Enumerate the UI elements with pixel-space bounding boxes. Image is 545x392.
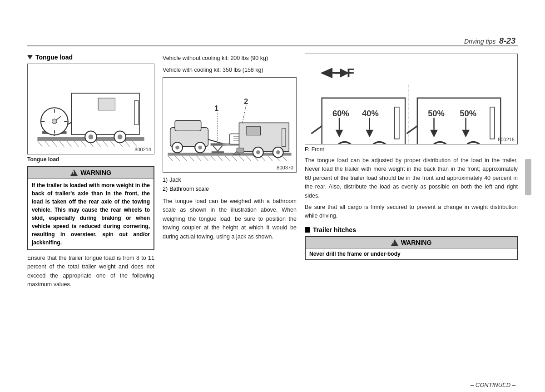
svg-text:1: 1	[214, 104, 218, 113]
tongue-load-title: Tongue load	[35, 54, 73, 61]
scrollbar[interactable]	[525, 159, 531, 195]
list-label-1: Jack	[169, 175, 181, 184]
svg-point-21	[118, 134, 123, 139]
right-warning-label: WARNING	[401, 239, 432, 246]
tongue-load-svg	[28, 64, 154, 151]
svg-rect-51	[175, 120, 201, 131]
triangle-icon	[27, 55, 33, 60]
svg-text:60%: 60%	[332, 109, 349, 118]
mid-column: Vehicle without cooling kit: 200 lbs (90…	[163, 50, 297, 378]
black-square-icon	[305, 227, 310, 233]
svg-rect-17	[98, 98, 115, 110]
right-body-text2: Be sure that all cargo is firmly secured…	[305, 203, 518, 221]
svg-rect-120	[490, 107, 495, 139]
svg-line-43	[239, 156, 243, 161]
svg-line-107	[311, 126, 322, 134]
jack-scale-svg: 1 2	[163, 78, 296, 168]
svg-rect-71	[282, 129, 286, 147]
diagram-number-mid: 800370	[277, 165, 293, 170]
tongue-load-caption: Tongue load	[27, 156, 154, 163]
svg-text:40%: 40%	[362, 109, 379, 118]
svg-point-31	[52, 119, 57, 124]
right-warning-triangle-icon	[391, 239, 398, 246]
svg-line-11	[110, 141, 115, 147]
svg-rect-63	[212, 151, 224, 153]
svg-line-2	[45, 141, 50, 147]
jack-scale-diagram: 1 2	[163, 77, 297, 173]
svg-rect-77	[237, 148, 244, 153]
load-dist-diagram: F	[305, 54, 518, 144]
numbered-list: 1) Jack 2) Bathroom scale	[163, 175, 297, 194]
svg-line-9	[96, 141, 101, 147]
svg-line-5	[67, 141, 72, 147]
svg-text:50%: 50%	[428, 109, 445, 118]
front-text: Front	[312, 146, 324, 153]
svg-line-36	[189, 156, 194, 161]
tongue-load-heading: Tongue load	[27, 54, 154, 61]
right-column: F	[305, 50, 518, 378]
specs-line2: Vehicle with cooling kit: 350 lbs (158 k…	[163, 65, 297, 74]
specs-line1: Vehicle without cooling kit: 200 lbs (90…	[163, 54, 297, 63]
svg-line-6	[74, 141, 79, 147]
header-rule	[27, 45, 518, 46]
diagram-number-left: 800214	[134, 147, 151, 152]
main-content: Tongue load	[27, 50, 518, 378]
list-item-2: 2) Bathroom scale	[163, 184, 297, 194]
svg-line-4	[59, 141, 64, 147]
svg-line-40	[218, 156, 222, 161]
svg-rect-106	[395, 107, 399, 139]
svg-rect-72	[246, 127, 260, 135]
left-warning-box: WARNING If the trailer is loaded with mo…	[27, 166, 154, 250]
svg-line-33	[168, 156, 172, 161]
trailer-hitches-heading: Trailer hitches	[305, 226, 518, 233]
page-number: 8-23	[499, 36, 515, 45]
trailer-hitches-title: Trailer hitches	[313, 226, 356, 233]
diagram-number-right: 800216	[498, 137, 515, 142]
svg-line-44	[246, 156, 251, 161]
svg-rect-105	[322, 98, 405, 144]
svg-point-76	[276, 150, 280, 154]
svg-point-74	[256, 150, 260, 154]
list-label-2: Bathroom scale	[169, 184, 209, 194]
svg-line-38	[203, 156, 208, 161]
page-header: Driving tips 8-23	[464, 36, 515, 46]
svg-line-35	[182, 156, 187, 161]
left-column: Tongue load	[27, 50, 154, 378]
svg-line-14	[132, 141, 137, 147]
svg-line-39	[211, 156, 215, 161]
left-warning-body: If the trailer is loaded with more weigh…	[28, 179, 154, 249]
svg-line-41	[225, 156, 229, 161]
svg-point-55	[198, 146, 202, 149]
right-warning-body: Never drill the frame or under-body	[306, 248, 517, 259]
left-body-text: Ensure that the trailer tongue load is f…	[27, 254, 154, 289]
specs-block: Vehicle without cooling kit: 200 lbs (90…	[163, 54, 297, 74]
svg-line-13	[125, 141, 130, 147]
right-warning-box: WARNING Never drill the frame or under-b…	[305, 236, 518, 260]
right-body-text1: The tongue load can be adjusted by prope…	[305, 156, 518, 200]
svg-rect-16	[134, 100, 139, 124]
f-label: F:	[305, 146, 310, 153]
svg-line-3	[52, 141, 57, 147]
list-num-2: 2)	[163, 184, 168, 194]
svg-point-19	[89, 134, 94, 139]
continued-text: – CONTINUED –	[471, 382, 515, 388]
svg-line-7	[81, 141, 86, 147]
list-item-1: 1) Jack	[163, 175, 297, 184]
tongue-load-diagram: 800214	[27, 64, 154, 154]
left-warning-label: WARNING	[80, 169, 111, 176]
svg-line-49	[282, 156, 287, 161]
list-num-1: 1)	[163, 175, 168, 184]
svg-text:50%: 50%	[460, 109, 476, 118]
svg-line-37	[196, 156, 201, 161]
svg-point-53	[175, 146, 179, 149]
svg-line-42	[232, 156, 237, 161]
section-name: Driving tips	[464, 38, 495, 45]
svg-line-10	[103, 141, 108, 147]
front-label: F: Front	[305, 146, 518, 153]
svg-marker-103	[320, 68, 332, 78]
load-dist-svg: F	[305, 54, 517, 144]
svg-line-47	[268, 156, 272, 161]
svg-rect-119	[417, 98, 500, 144]
svg-line-1	[37, 141, 42, 147]
svg-text:2: 2	[244, 97, 248, 106]
